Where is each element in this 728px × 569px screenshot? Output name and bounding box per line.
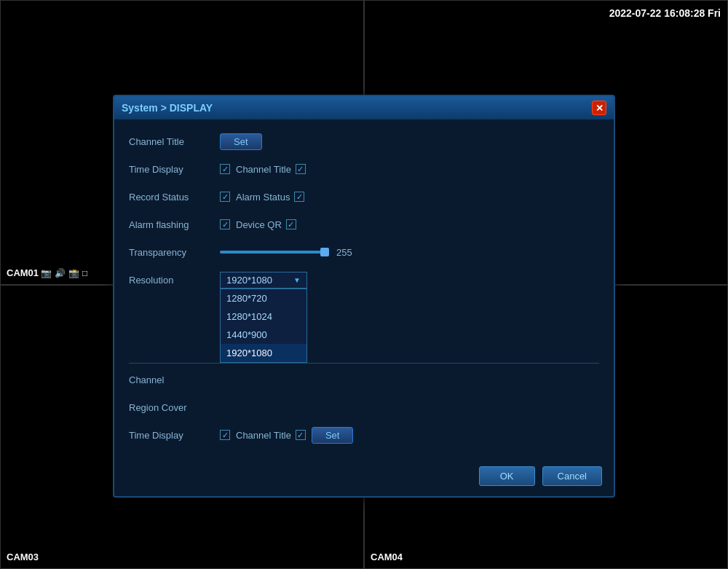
section-divider-1 (129, 363, 599, 364)
transparency-slider-thumb[interactable] (320, 248, 329, 256)
alarm-flashing-checkbox[interactable] (220, 219, 230, 229)
alarm-status-label: Alarm Status (236, 192, 290, 203)
sub-channel-title-checkbox[interactable] (296, 430, 306, 440)
resolution-option-1920-1080[interactable]: 1920*1080 (221, 344, 306, 362)
dialog-titlebar: System > DISPLAY ✕ (114, 96, 614, 119)
resolution-option-1280-720[interactable]: 1280*720 (221, 289, 306, 307)
channel-title-row: Channel Title Set (129, 131, 599, 152)
channel-title-cb-label: Channel Title (236, 164, 291, 175)
time-display-checkbox[interactable] (220, 164, 230, 174)
resolution-row: Resolution 1920*1080 ▼ 1280*720 1280*102… (129, 270, 599, 290)
sub-time-display-cb-wrapper (220, 430, 230, 440)
device-qr-label: Device QR (236, 219, 282, 230)
alarm-flashing-content: Device QR (220, 219, 599, 230)
resolution-option-1440-900[interactable]: 1440*900 (221, 326, 306, 344)
sub-set-button[interactable]: Set (312, 427, 354, 444)
record-status-row: Record Status Alarm Status (129, 187, 599, 207)
modal-overlay: System > DISPLAY ✕ Channel Title Set Tim… (0, 0, 728, 569)
dialog-body: Channel Title Set Time Display Channel T… (114, 119, 614, 496)
cancel-button[interactable]: Cancel (542, 466, 602, 486)
transparency-row: Transparency 255 (129, 242, 599, 262)
resolution-selected-value: 1920*1080 (226, 275, 293, 286)
device-qr-pair: Device QR (236, 219, 296, 230)
alarm-flashing-label: Alarm flashing (129, 219, 220, 230)
ok-button[interactable]: OK (479, 466, 535, 486)
slider-container: 255 (220, 247, 599, 258)
channel-title-content: Set (220, 133, 599, 150)
region-cover-label: Region Cover (129, 402, 220, 413)
dialog: System > DISPLAY ✕ Channel Title Set Tim… (113, 95, 615, 498)
sub-channel-title-pair: Channel Title (236, 430, 306, 441)
region-cover-row: Region Cover (129, 397, 599, 417)
channel-row: Channel (129, 369, 599, 390)
sub-time-display-row: Time Display Channel Title Set (129, 425, 599, 445)
time-display-cb-wrapper (220, 164, 230, 174)
resolution-option-1280-1024[interactable]: 1280*1024 (221, 307, 306, 326)
record-status-checkbox[interactable] (220, 192, 230, 202)
channel-title-pair: Channel Title (236, 164, 306, 175)
dialog-footer: OK Cancel (479, 466, 602, 486)
dialog-title: System > DISPLAY (122, 102, 213, 114)
resolution-dropdown-list: 1280*720 1280*1024 1440*900 1920*1080 (220, 289, 307, 363)
channel-title-label: Channel Title (129, 136, 220, 147)
time-display-content: Channel Title (220, 164, 599, 175)
alarm-flashing-row: Alarm flashing Device QR (129, 214, 599, 235)
close-button[interactable]: ✕ (592, 101, 606, 115)
channel-title-set-button[interactable]: Set (220, 133, 262, 150)
resolution-dropdown-container: 1920*1080 ▼ 1280*720 1280*1024 1440*900 … (220, 272, 307, 289)
transparency-content: 255 (220, 247, 599, 258)
time-display-label: Time Display (129, 164, 220, 175)
transparency-value: 255 (336, 247, 352, 258)
record-status-cb-wrapper (220, 192, 230, 202)
resolution-label: Resolution (129, 275, 220, 286)
transparency-slider-fill (220, 251, 324, 254)
sub-time-display-content: Channel Title Set (220, 427, 599, 444)
transparency-label: Transparency (129, 247, 220, 258)
transparency-slider-track (220, 251, 329, 254)
alarm-status-checkbox[interactable] (294, 192, 304, 202)
alarm-flashing-cb-wrapper (220, 219, 230, 229)
resolution-dropdown-arrow-icon: ▼ (293, 276, 301, 284)
sub-time-display-checkbox[interactable] (220, 430, 230, 440)
time-display-row: Time Display Channel Title (129, 159, 599, 179)
device-qr-checkbox[interactable] (286, 219, 296, 229)
channel-title-checkbox[interactable] (296, 164, 306, 174)
sub-channel-title-label: Channel Title (236, 430, 291, 441)
resolution-content: 1920*1080 ▼ 1280*720 1280*1024 1440*900 … (220, 272, 599, 289)
channel-label: Channel (129, 374, 220, 385)
resolution-dropdown[interactable]: 1920*1080 ▼ (220, 272, 307, 289)
sub-time-display-label: Time Display (129, 430, 220, 441)
record-status-content: Alarm Status (220, 192, 599, 203)
alarm-status-pair: Alarm Status (236, 192, 304, 203)
record-status-label: Record Status (129, 192, 220, 203)
